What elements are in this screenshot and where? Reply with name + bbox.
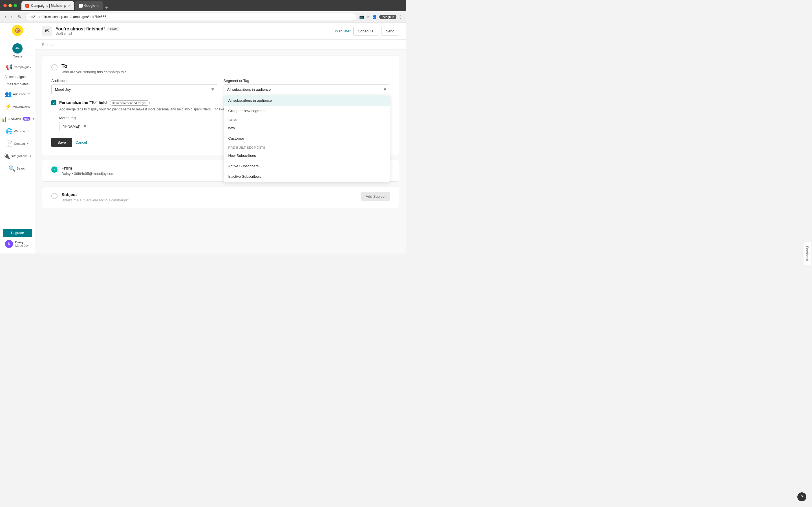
sidebar-item-search-label: Search xyxy=(17,167,27,170)
audience-chevron-icon: ▼ xyxy=(28,93,30,96)
merge-tag-select[interactable]: *|FNAME|* xyxy=(59,122,89,131)
menu-icon[interactable]: ⋮ xyxy=(399,15,403,19)
cast-icon: 📺 xyxy=(359,15,364,19)
from-content: From Daisy • 06f94c95@moodjoy.com xyxy=(61,166,114,176)
browser-tab-google[interactable]: G Google ✕ xyxy=(75,1,103,10)
campaign-form: To Who are you sending this campaign to?… xyxy=(35,50,406,253)
sidebar-item-all-campaigns[interactable]: All campaigns xyxy=(0,73,35,80)
integrations-chevron-icon: ▼ xyxy=(29,155,32,158)
browser-tab-mailchimp[interactable]: M Campaigns | Mailchimp ✕ xyxy=(21,1,74,10)
sidebar-item-create-label: Create xyxy=(13,55,22,58)
recommended-text: Recommended for you xyxy=(116,101,147,105)
sidebar-item-analytics[interactable]: 📊 Analytics New ▼ xyxy=(0,113,35,125)
sidebar-item-integrations-label: Integrations xyxy=(11,154,28,158)
to-section-titles: To Who are you sending this campaign to? xyxy=(61,63,126,74)
dropdown-item-customer-tag[interactable]: Customer xyxy=(224,133,390,144)
fullscreen-traffic-light[interactable] xyxy=(13,4,17,7)
dropdown-prebuilt-label: Pre-built Segments xyxy=(224,144,390,151)
header-title: You're almost finished! xyxy=(56,26,105,32)
tab-close-mailchimp[interactable]: ✕ xyxy=(68,4,70,7)
segment-select[interactable]: All subscribers in audience xyxy=(223,84,390,94)
integrations-icon: 🔌 xyxy=(3,153,10,159)
segment-label: Segment or Tag xyxy=(223,78,390,83)
analytics-chevron-icon: ▼ xyxy=(32,117,35,120)
dropdown-item-group-segment[interactable]: Group or new segment xyxy=(224,106,390,116)
dropdown-item-active-subscribers[interactable]: Active Subscribers xyxy=(224,161,390,171)
header-info: You're almost finished! Draft Draft emai… xyxy=(56,26,119,36)
personalize-checkbox[interactable]: ✓ xyxy=(51,100,56,105)
save-button[interactable]: Save xyxy=(51,138,72,147)
top-header: ✉ You're almost finished! Draft Draft em… xyxy=(35,22,406,40)
search-icon: 🔍 xyxy=(8,165,15,172)
bookmark-icon[interactable]: ☆ xyxy=(366,15,370,19)
sidebar-nav: ✏ Create 📢 Campaigns ▲ All campaigns Ema… xyxy=(0,41,35,226)
dropdown-item-new-subscribers[interactable]: New Subscribers xyxy=(224,151,390,161)
forward-button[interactable]: › xyxy=(10,13,13,20)
finish-later-button[interactable]: Finish later xyxy=(333,29,351,33)
audience-icon: 👥 xyxy=(5,91,12,98)
sidebar-item-campaigns-label: Campaigns xyxy=(14,65,30,69)
refresh-button[interactable]: ↻ xyxy=(17,13,22,20)
sidebar-item-email-templates[interactable]: Email templates xyxy=(0,80,35,88)
from-check: ✓ xyxy=(51,166,57,173)
dropdown-item-inactive-subscribers[interactable]: Inactive Subscribers xyxy=(224,171,390,182)
website-icon: 🌐 xyxy=(6,128,13,135)
address-input[interactable] xyxy=(26,13,357,21)
dropdown-item-all-subscribers[interactable]: All subscribers in audience xyxy=(224,95,390,106)
audience-select[interactable]: Mood Joy xyxy=(51,84,218,94)
sidebar-item-integrations[interactable]: 🔌 Integrations ▼ xyxy=(0,150,35,162)
to-section-subtitle: Who are you sending this campaign to? xyxy=(61,70,126,74)
automations-icon: ⚡ xyxy=(5,103,12,110)
sidebar-item-automations[interactable]: ⚡ Automations xyxy=(0,100,35,113)
user-details: Daisy Mood Joy xyxy=(15,240,29,247)
subject-placeholder: What's the subject line for this campaig… xyxy=(61,198,129,202)
sidebar-item-content[interactable]: 📄 Content ▼ xyxy=(0,137,35,150)
content-icon: 📄 xyxy=(6,140,13,147)
send-button[interactable]: Send xyxy=(381,27,399,36)
audience-group: Audience Mood Joy ▼ xyxy=(51,78,218,94)
sidebar-item-content-label: Content xyxy=(14,142,25,145)
address-icons: 📺 ☆ 👤 Incognito ⋮ xyxy=(359,15,403,19)
user-name: Daisy xyxy=(15,240,29,244)
new-tab-button[interactable]: + xyxy=(103,5,109,10)
sidebar-logo[interactable]: 🐵 xyxy=(12,25,23,36)
browser-tabs: M Campaigns | Mailchimp ✕ G Google ✕ + xyxy=(21,1,403,10)
subject-title: Subject xyxy=(61,192,129,197)
sidebar-item-search[interactable]: 🔍 Search xyxy=(0,162,35,175)
header-actions: Finish later Schedule Send xyxy=(333,27,399,36)
avatar: D xyxy=(5,240,13,248)
sidebar-item-audience[interactable]: 👥 Audience ▼ xyxy=(0,88,35,100)
tab-close-google[interactable]: ✕ xyxy=(97,4,99,7)
merge-tag-wrapper: *|FNAME|* ▼ xyxy=(59,122,89,131)
minimize-traffic-light[interactable] xyxy=(8,4,12,7)
edit-name-bar: Edit name xyxy=(35,40,406,50)
schedule-button[interactable]: Schedule xyxy=(353,27,378,36)
sidebar-item-create[interactable]: ✏ Create xyxy=(0,41,35,61)
add-subject-button[interactable]: Add Subject xyxy=(361,192,390,201)
close-traffic-light[interactable] xyxy=(3,4,7,7)
incognito-badge: Incognito xyxy=(379,15,396,19)
from-title: From xyxy=(61,166,114,170)
user-info[interactable]: D Daisy Mood Joy xyxy=(3,237,32,251)
to-section-header: To Who are you sending this campaign to? xyxy=(51,63,390,74)
header-left: ✉ You're almost finished! Draft Draft em… xyxy=(42,26,119,36)
profile-icon[interactable]: 👤 xyxy=(372,15,377,19)
edit-name-link[interactable]: Edit name xyxy=(42,43,59,47)
sidebar-item-website[interactable]: 🌐 Website ▼ xyxy=(0,125,35,137)
mailchimp-logo: 🐵 xyxy=(12,25,23,36)
traffic-lights xyxy=(3,4,17,7)
sidebar-item-campaigns[interactable]: 📢 Campaigns ▲ xyxy=(0,61,35,73)
header-icon-box: ✉ xyxy=(42,26,52,36)
tab-label-mailchimp: Campaigns | Mailchimp xyxy=(31,4,66,8)
back-button[interactable]: ‹ xyxy=(3,13,7,20)
cancel-button[interactable]: Cancel xyxy=(75,140,87,145)
recommended-icon: ⊕ xyxy=(112,101,115,105)
sidebar-bottom: Upgrade D Daisy Mood Joy xyxy=(0,226,35,253)
subject-section-card: Subject What's the subject line for this… xyxy=(42,186,399,208)
dropdown-item-new-tag[interactable]: new xyxy=(224,123,390,133)
upgrade-button[interactable]: Upgrade xyxy=(3,229,32,237)
website-chevron-icon: ▼ xyxy=(27,130,29,133)
recommended-badge: ⊕ Recommended for you xyxy=(110,100,150,106)
mailchimp-favicon: M xyxy=(26,4,29,8)
draft-badge: Draft xyxy=(107,27,119,31)
